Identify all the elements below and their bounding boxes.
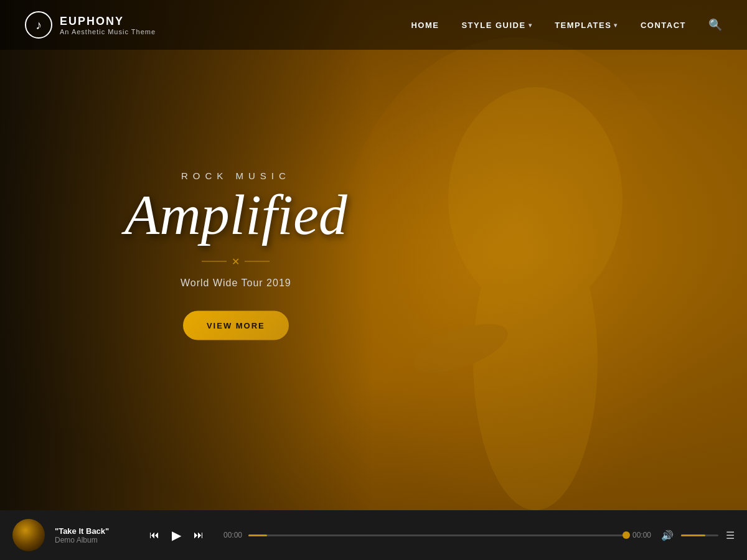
logo[interactable]: ♪ EUPHONY An Aesthetic Music Theme xyxy=(25,11,156,39)
brand-tagline: An Aesthetic Music Theme xyxy=(60,28,156,35)
hero-title: Amplified xyxy=(125,186,347,243)
volume-icon[interactable]: 🔊 xyxy=(661,530,674,541)
brand-name: EUPHONY xyxy=(60,15,156,28)
player-album-name: Demo Album xyxy=(55,536,129,544)
volume-track[interactable] xyxy=(681,534,718,536)
view-more-button[interactable]: VIEW MORE xyxy=(183,311,289,340)
player-info: "Take It Back" Demo Album xyxy=(55,526,129,544)
hero-content: ROCK MUSIC Amplified ✕ World Wide Tour 2… xyxy=(125,170,347,340)
nav-item-contact[interactable]: CONTACT xyxy=(641,21,686,30)
main-nav: HOME STYLE GUIDE ▾ TEMPLATES ▾ CONTACT 🔍 xyxy=(411,18,722,32)
svg-point-1 xyxy=(473,212,598,510)
hero-tour-text: World Wide Tour 2019 xyxy=(125,278,347,289)
progress-dot xyxy=(622,531,630,539)
divider-symbol: ✕ xyxy=(232,256,240,268)
hero-subtitle: ROCK MUSIC xyxy=(125,170,347,181)
player-song-title: "Take It Back" xyxy=(55,526,129,536)
guitarist-silhouette xyxy=(336,0,710,510)
player-right-controls: 🔊 ☰ xyxy=(661,530,735,541)
player-progress-area: 00:00 00:00 xyxy=(223,531,651,539)
search-icon[interactable]: 🔍 xyxy=(708,18,722,32)
player-album-art xyxy=(12,519,45,551)
player-time-total: 00:00 xyxy=(632,531,651,539)
prev-button[interactable]: ⏮ xyxy=(149,530,159,541)
logo-text: EUPHONY An Aesthetic Music Theme xyxy=(60,15,156,35)
hero-divider: ✕ xyxy=(125,256,347,268)
playlist-icon[interactable]: ☰ xyxy=(726,530,735,541)
progress-fill xyxy=(248,534,267,536)
hero-section: ROCK MUSIC Amplified ✕ World Wide Tour 2… xyxy=(0,0,747,510)
player-bar: "Take It Back" Demo Album ⏮ ▶ ⏭ 00:00 00… xyxy=(0,510,747,560)
progress-track[interactable] xyxy=(248,534,626,536)
nav-item-style-guide[interactable]: STYLE GUIDE ▾ xyxy=(461,21,532,30)
site-header: ♪ EUPHONY An Aesthetic Music Theme HOME … xyxy=(0,0,747,50)
nav-item-home[interactable]: HOME xyxy=(411,21,439,30)
player-time-current: 00:00 xyxy=(223,531,242,539)
next-button[interactable]: ⏭ xyxy=(194,530,204,541)
nav-item-templates[interactable]: TEMPLATES ▾ xyxy=(555,21,618,30)
chevron-down-icon: ▾ xyxy=(614,22,618,29)
chevron-down-icon: ▾ xyxy=(529,22,533,29)
volume-fill xyxy=(681,534,705,536)
play-button[interactable]: ▶ xyxy=(172,528,181,543)
player-controls: ⏮ ▶ ⏭ xyxy=(149,528,204,543)
logo-icon: ♪ xyxy=(25,11,52,39)
